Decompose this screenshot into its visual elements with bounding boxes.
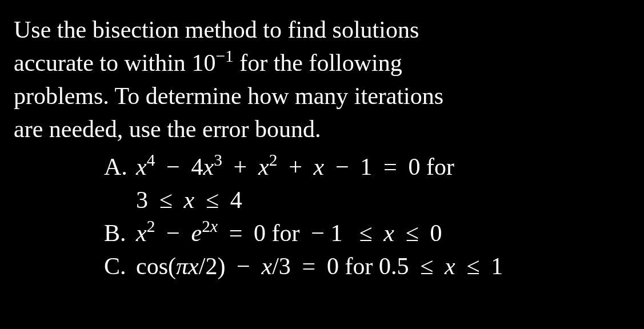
range-c-leq1: ≤ (414, 253, 439, 279)
item-body-a: x4 − 4x3 + x2 + x − 1 = 0 for 3 ≤ x ≤ 4 (136, 151, 633, 217)
eq-b-exp1: 2 (147, 217, 155, 235)
eq-c-lparen: ( (168, 253, 176, 279)
range-b-hi: 0 (430, 220, 442, 246)
eq-a-plus2: + (283, 154, 309, 180)
eq-c-slash1: / (199, 253, 206, 279)
intro-line-2b: for the following (234, 50, 402, 76)
eq-a-exp2: 3 (214, 151, 222, 169)
eq-c-eq: = (296, 253, 322, 279)
eq-c-x2: x (262, 253, 273, 279)
eq-a-exp1: 4 (147, 151, 155, 169)
item-body-c: cos(πx/2) − x/3 = 0 for 0.5 ≤ x ≤ 1 (136, 250, 633, 283)
eq-a-x2: x (203, 154, 214, 180)
range-a-leq2: ≤ (199, 187, 225, 213)
eq-c-x1: x (188, 253, 199, 279)
eq-c-for: for (339, 253, 379, 279)
intro-line-1: Use the bisection method to find solutio… (14, 17, 419, 43)
eq-b-for: for (266, 220, 306, 246)
intro-line-3: problems. To determine how many iteratio… (14, 83, 443, 109)
range-a-leq1: ≤ (153, 187, 178, 213)
range-b-leq2: ≤ (399, 220, 425, 246)
tolerance-base: 10 (191, 50, 215, 76)
item-body-b: x2 − e2x = 0 for − 1 ≤ x ≤ 0 (136, 217, 633, 250)
eq-a-for: for (421, 154, 454, 180)
eq-a-exp3: 2 (269, 151, 278, 169)
problem-intro: Use the bisection method to find solutio… (14, 14, 633, 146)
item-b: B. x2 − e2x = 0 for − 1 ≤ x ≤ 0 (104, 217, 633, 250)
item-a: A. x4 − 4x3 + x2 + x − 1 = 0 for 3 ≤ x ≤… (104, 151, 633, 217)
item-letter-c: C. (104, 250, 136, 283)
eq-a-x4: x (314, 154, 325, 180)
eq-c-three: 3 (279, 253, 291, 279)
eq-b-x1: x (136, 220, 147, 246)
eq-a-x1: x (136, 154, 147, 180)
tolerance-exponent: −1 (215, 47, 233, 65)
intro-line-2a: accurate to within (14, 50, 191, 76)
item-c: C. cos(πx/2) − x/3 = 0 for 0.5 ≤ x ≤ 1 (104, 250, 633, 283)
eq-c-pi: π (176, 253, 188, 279)
eq-b-e: e (191, 220, 202, 246)
range-a-hi: 4 (230, 187, 242, 213)
eq-a-coef1: 4 (191, 154, 203, 180)
range-b-var: x (383, 220, 394, 246)
intro-line-4: are needed, use the error bound. (14, 116, 321, 142)
eq-a-minus1: − (161, 154, 186, 180)
eq-b-zero: 0 (254, 220, 266, 246)
eq-c-cos: cos (136, 253, 168, 279)
eq-b-eexp: 2x (202, 217, 218, 235)
eq-c-slash2: / (272, 253, 279, 279)
item-letter-b: B. (104, 217, 136, 250)
eq-c-minus: − (231, 253, 257, 279)
range-a-lo: 3 (136, 187, 148, 213)
eq-b-minus: − (161, 220, 186, 246)
problem-list: A. x4 − 4x3 + x2 + x − 1 = 0 for 3 ≤ x ≤… (14, 151, 633, 283)
range-b-leq1: ≤ (353, 220, 378, 246)
eq-c-rparen: ) (217, 253, 225, 279)
eq-a-one: 1 (360, 154, 372, 180)
range-b-lo: − 1 (311, 220, 342, 246)
eq-a-x3: x (258, 154, 269, 180)
range-c-lo: 0.5 (379, 253, 409, 279)
eq-a-plus1: + (227, 154, 253, 180)
range-c-hi: 1 (491, 253, 503, 279)
range-c-var: x (445, 253, 455, 279)
eq-c-zero: 0 (327, 253, 339, 279)
eq-a-zero: 0 (409, 154, 421, 180)
range-c-leq2: ≤ (461, 253, 486, 279)
eq-a-minus2: − (329, 154, 355, 180)
eq-a-eq: = (378, 154, 403, 180)
range-a-var: x (184, 187, 195, 213)
item-letter-a: A. (104, 151, 136, 217)
eq-b-eq: = (223, 220, 249, 246)
eq-c-two: 2 (205, 253, 217, 279)
